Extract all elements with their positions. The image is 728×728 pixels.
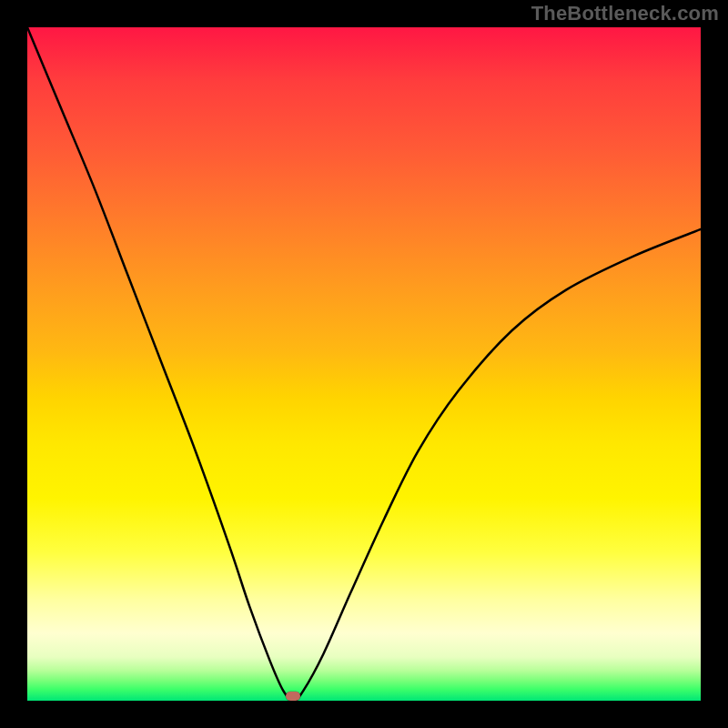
optimum-marker	[286, 692, 300, 701]
bottleneck-curve	[27, 27, 701, 701]
curve-path	[27, 27, 701, 701]
chart-plot-area	[27, 27, 701, 701]
watermark-text: TheBottleneck.com	[531, 2, 719, 25]
